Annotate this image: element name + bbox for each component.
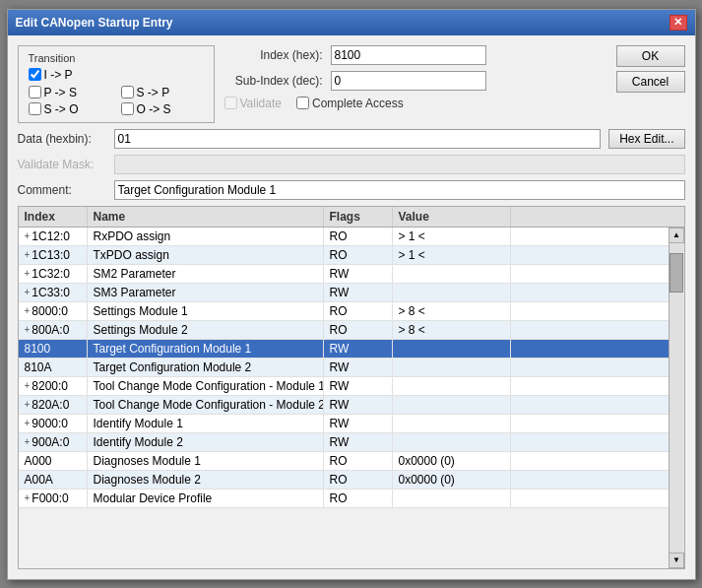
cell-name: SM3 Parameter (88, 284, 324, 301)
cell-index: A000 (19, 452, 88, 470)
expand-icon[interactable]: + (25, 230, 31, 241)
table-row[interactable]: A000Diagnoses Module 1RO0x0000 (0) (19, 452, 669, 471)
cell-name: Settings Module 1 (88, 302, 324, 320)
scrollbar[interactable]: ▲ ▼ (669, 228, 684, 568)
table-row[interactable]: +8000:0Settings Module 1RO> 8 < (19, 302, 669, 321)
checkbox-o-s-label: O -> S (137, 102, 171, 116)
cell-index: +820A:0 (19, 396, 88, 414)
cell-name: Target Configuration Module 1 (88, 340, 324, 358)
top-section: Transition I -> P P -> S S -> P (18, 45, 685, 123)
cell-name: Target Configuration Module 2 (88, 359, 324, 376)
cell-index: +1C12:0 (19, 228, 88, 245)
expand-icon[interactable]: + (25, 287, 31, 297)
checkbox-p-s-input[interactable] (29, 86, 41, 98)
expand-icon[interactable]: + (25, 305, 31, 316)
cell-flags: RW (324, 433, 393, 451)
expand-icon[interactable]: + (25, 249, 31, 260)
table-row[interactable]: +8200:0Tool Change Mode Configuration - … (19, 377, 669, 396)
table-row[interactable]: 810ATarget Configuration Module 2RW (19, 359, 669, 377)
table-wrapper: +1C12:0RxPDO assignRO> 1 <+1C13:0TxPDO a… (19, 228, 684, 568)
sub-index-input[interactable] (331, 71, 486, 91)
validate-check: Validate (224, 97, 282, 110)
cell-index: 810A (19, 359, 88, 376)
cell-value (393, 433, 511, 451)
checkbox-s-o-input[interactable] (29, 102, 41, 115)
cell-value: > 1 < (393, 246, 511, 264)
checkbox-s-p-input[interactable] (121, 86, 134, 98)
checkbox-s-o-label: S -> O (44, 102, 79, 116)
cell-value (393, 359, 511, 376)
complete-access-checkbox[interactable] (296, 97, 309, 109)
close-button[interactable]: ✕ (670, 15, 687, 31)
scroll-down-button[interactable]: ▼ (669, 553, 684, 568)
table-row[interactable]: A00ADiagnoses Module 2RO0x0000 (0) (19, 471, 669, 490)
table-row[interactable]: +9000:0Identify Module 1RW (19, 415, 669, 433)
index-label: Index (hex): (224, 48, 323, 62)
table-row[interactable]: +F000:0Modular Device ProfileRO (19, 490, 669, 508)
edit-canopen-dialog: Edit CANopen Startup Entry ✕ Transition … (7, 9, 696, 580)
cell-value: 0x0000 (0) (393, 452, 511, 470)
transition-section-label: Transition (29, 52, 204, 64)
cancel-button[interactable]: Cancel (616, 71, 685, 93)
scroll-track[interactable] (670, 243, 683, 553)
cell-flags: RW (324, 265, 393, 283)
expand-icon[interactable]: + (25, 492, 31, 503)
table-row[interactable]: +1C32:0SM2 ParameterRW (19, 265, 669, 284)
cell-name: Identify Module 1 (88, 415, 324, 432)
table-row[interactable]: +1C12:0RxPDO assignRO> 1 < (19, 228, 669, 246)
table-body[interactable]: +1C12:0RxPDO assignRO> 1 <+1C13:0TxPDO a… (19, 228, 669, 568)
checkbox-p-s-label: P -> S (44, 86, 77, 99)
cell-flags: RW (324, 359, 393, 376)
cell-value (393, 415, 511, 432)
comment-label: Comment: (18, 183, 106, 197)
cell-value: > 8 < (393, 302, 511, 320)
comment-input[interactable] (114, 180, 685, 200)
expand-icon[interactable]: + (25, 324, 31, 335)
sub-index-label: Sub-Index (dec): (224, 74, 323, 88)
complete-access-check: Complete Access (296, 97, 404, 110)
expand-icon[interactable]: + (25, 399, 31, 410)
cell-index: +F000:0 (19, 490, 88, 507)
data-input[interactable] (114, 129, 602, 149)
cell-value (393, 490, 511, 507)
col-name: Name (88, 207, 324, 227)
table-row[interactable]: +800A:0Settings Module 2RO> 8 < (19, 321, 669, 340)
cell-index: A00A (19, 471, 88, 489)
table-row[interactable]: +820A:0Tool Change Mode Configuration - … (19, 396, 669, 415)
right-buttons: OK Cancel (616, 45, 685, 93)
table-row[interactable]: 8100Target Configuration Module 1RW (19, 340, 669, 359)
cell-name: Modular Device Profile (88, 490, 324, 507)
scrollbar-header (511, 207, 527, 227)
checkbox-o-s-input[interactable] (121, 102, 134, 115)
validate-label: Validate (240, 97, 282, 110)
table-header: Index Name Flags Value (19, 207, 684, 228)
scroll-thumb[interactable] (670, 253, 683, 293)
scroll-up-button[interactable]: ▲ (669, 228, 684, 243)
hex-edit-button[interactable]: Hex Edit... (608, 129, 684, 149)
cell-flags: RO (324, 490, 393, 507)
index-section: Index (hex): Sub-Index (dec): Validate C… (224, 45, 606, 110)
checkbox-s-p: S -> P (121, 86, 204, 99)
expand-icon[interactable]: + (25, 380, 31, 391)
ok-button[interactable]: OK (616, 45, 685, 67)
sub-index-row: Sub-Index (dec): (224, 71, 606, 91)
cell-name: SM2 Parameter (88, 265, 324, 283)
index-input[interactable] (331, 45, 486, 65)
table-row[interactable]: +900A:0Identify Module 2RW (19, 433, 669, 452)
table-row[interactable]: +1C33:0SM3 ParameterRW (19, 284, 669, 302)
cell-index: 8100 (19, 340, 88, 358)
cell-value (393, 284, 511, 301)
cell-name: TxPDO assign (88, 246, 324, 264)
expand-icon[interactable]: + (25, 268, 31, 279)
checkbox-i-p-input[interactable] (29, 68, 41, 81)
col-value: Value (393, 207, 511, 227)
checkbox-grid: P -> S S -> P S -> O O -> S (29, 86, 204, 116)
cell-value (393, 265, 511, 283)
dialog-body: Transition I -> P P -> S S -> P (8, 35, 695, 579)
checkbox-s-o: S -> O (29, 102, 111, 116)
expand-icon[interactable]: + (25, 436, 31, 447)
table-row[interactable]: +1C13:0TxPDO assignRO> 1 < (19, 246, 669, 265)
expand-icon[interactable]: + (25, 418, 31, 428)
cell-name: Tool Change Mode Configuration - Module … (88, 377, 324, 395)
cell-index: +1C33:0 (19, 284, 88, 301)
